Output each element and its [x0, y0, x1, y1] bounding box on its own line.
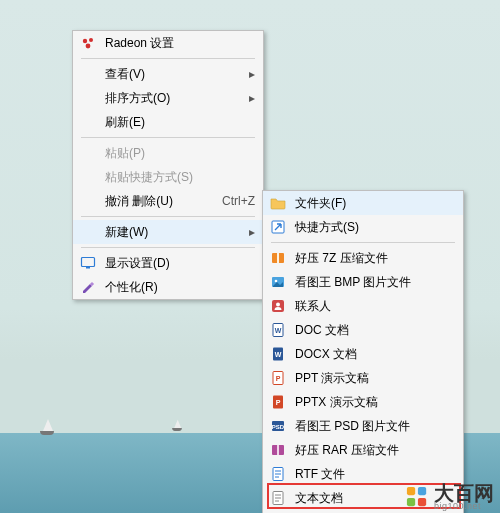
menu-item-paste-shortcut: 粘贴快捷方式(S)	[73, 165, 263, 189]
menu-item-radeon[interactable]: Radeon 设置	[73, 31, 263, 55]
menu-label: 好压 7Z 压缩文件	[295, 250, 455, 267]
menu-label: PPTX 演示文稿	[295, 394, 455, 411]
personalize-icon	[79, 278, 97, 296]
menu-label: Radeon 设置	[105, 35, 255, 52]
menu-label: 看图王 PSD 图片文件	[295, 418, 455, 435]
menu-label: 看图王 BMP 图片文件	[295, 274, 455, 291]
menu-separator	[271, 242, 455, 243]
menu-label: 文件夹(F)	[295, 195, 455, 212]
menu-separator	[81, 137, 255, 138]
menu-separator	[81, 247, 255, 248]
menu-separator	[81, 58, 255, 59]
watermark-logo-icon	[406, 486, 428, 508]
svg-text:W: W	[275, 327, 282, 334]
submenu-item-rar[interactable]: 好压 RAR 压缩文件	[263, 438, 463, 462]
rtf-icon	[269, 465, 287, 483]
menu-label: PPT 演示文稿	[295, 370, 455, 387]
svg-text:W: W	[275, 351, 282, 358]
submenu-item-bmp[interactable]: 看图王 BMP 图片文件	[263, 270, 463, 294]
blank-icon	[79, 223, 97, 241]
psd-icon: PSD	[269, 417, 287, 435]
submenu-arrow-icon: ▸	[245, 91, 255, 105]
blank-icon	[79, 192, 97, 210]
menu-label: 粘贴(P)	[105, 145, 255, 162]
contact-icon	[269, 297, 287, 315]
watermark-text: 大百网 big100.net	[434, 483, 494, 511]
menu-separator	[81, 216, 255, 217]
menu-label: 联系人	[295, 298, 455, 315]
submenu-item-doc[interactable]: W DOC 文档	[263, 318, 463, 342]
submenu-item-docx[interactable]: W DOCX 文档	[263, 342, 463, 366]
svg-point-2	[86, 44, 91, 49]
blank-icon	[79, 113, 97, 131]
submenu-item-folder[interactable]: 文件夹(F)	[263, 191, 463, 215]
svg-rect-37	[407, 487, 415, 495]
svg-rect-39	[407, 498, 415, 506]
menu-item-new[interactable]: 新建(W) ▸	[73, 220, 263, 244]
menu-item-refresh[interactable]: 刷新(E)	[73, 110, 263, 134]
folder-icon	[269, 194, 287, 212]
svg-rect-24	[277, 445, 279, 455]
new-submenu: 文件夹(F) 快捷方式(S) 好压 7Z 压缩文件 看图王 BMP 图片文件 联…	[262, 190, 464, 513]
submenu-item-psd[interactable]: PSD 看图王 PSD 图片文件	[263, 414, 463, 438]
menu-label: 快捷方式(S)	[295, 219, 455, 236]
menu-label: 刷新(E)	[105, 114, 255, 131]
menu-item-display-settings[interactable]: 显示设置(D)	[73, 251, 263, 275]
blank-icon	[79, 65, 97, 83]
menu-label: 个性化(R)	[105, 279, 255, 296]
submenu-item-7z[interactable]: 好压 7Z 压缩文件	[263, 246, 463, 270]
svg-rect-40	[418, 498, 426, 506]
submenu-item-pptx[interactable]: P PPTX 演示文稿	[263, 390, 463, 414]
svg-text:P: P	[276, 375, 281, 382]
submenu-item-ppt[interactable]: P PPT 演示文稿	[263, 366, 463, 390]
menu-shortcut: Ctrl+Z	[222, 194, 255, 208]
menu-item-undo-delete[interactable]: 撤消 删除(U) Ctrl+Z	[73, 189, 263, 213]
svg-point-1	[89, 38, 93, 42]
wallpaper-boat	[40, 419, 54, 437]
submenu-item-contact[interactable]: 联系人	[263, 294, 463, 318]
watermark-brand: 大百网	[434, 483, 494, 503]
docx-icon: W	[269, 345, 287, 363]
archive-icon	[269, 249, 287, 267]
pptx-icon: P	[269, 393, 287, 411]
submenu-arrow-icon: ▸	[245, 67, 255, 81]
menu-label: RTF 文件	[295, 466, 455, 483]
menu-label: 排序方式(O)	[105, 90, 245, 107]
display-icon	[79, 254, 97, 272]
desktop: Radeon 设置 查看(V) ▸ 排序方式(O) ▸ 刷新(E) 粘贴(P) …	[0, 0, 500, 513]
image-icon	[269, 273, 287, 291]
svg-rect-38	[418, 487, 426, 495]
menu-label: 显示设置(D)	[105, 255, 255, 272]
doc-icon: W	[269, 321, 287, 339]
svg-rect-8	[277, 253, 279, 263]
txt-icon	[269, 489, 287, 507]
svg-point-12	[276, 303, 280, 307]
blank-icon	[79, 144, 97, 162]
svg-point-10	[275, 280, 278, 283]
menu-label: 撤消 删除(U)	[105, 193, 212, 210]
watermark: 大百网 big100.net	[406, 483, 494, 511]
menu-label: 粘贴快捷方式(S)	[105, 169, 255, 186]
ppt-icon: P	[269, 369, 287, 387]
shortcut-icon	[269, 218, 287, 236]
submenu-item-shortcut[interactable]: 快捷方式(S)	[263, 215, 463, 239]
wallpaper-boat	[172, 420, 182, 433]
radeon-icon	[79, 34, 97, 52]
menu-item-view[interactable]: 查看(V) ▸	[73, 62, 263, 86]
menu-label: 查看(V)	[105, 66, 245, 83]
menu-label: DOCX 文档	[295, 346, 455, 363]
menu-item-personalize[interactable]: 个性化(R)	[73, 275, 263, 299]
svg-point-0	[83, 39, 87, 43]
rar-icon	[269, 441, 287, 459]
submenu-arrow-icon: ▸	[245, 225, 255, 239]
menu-item-sort[interactable]: 排序方式(O) ▸	[73, 86, 263, 110]
desktop-context-menu: Radeon 设置 查看(V) ▸ 排序方式(O) ▸ 刷新(E) 粘贴(P) …	[72, 30, 264, 300]
menu-label: DOC 文档	[295, 322, 455, 339]
menu-label: 好压 RAR 压缩文件	[295, 442, 455, 459]
menu-item-paste: 粘贴(P)	[73, 141, 263, 165]
blank-icon	[79, 89, 97, 107]
blank-icon	[79, 168, 97, 186]
svg-text:PSD: PSD	[272, 424, 285, 430]
svg-rect-3	[82, 258, 95, 267]
svg-rect-4	[86, 267, 90, 269]
